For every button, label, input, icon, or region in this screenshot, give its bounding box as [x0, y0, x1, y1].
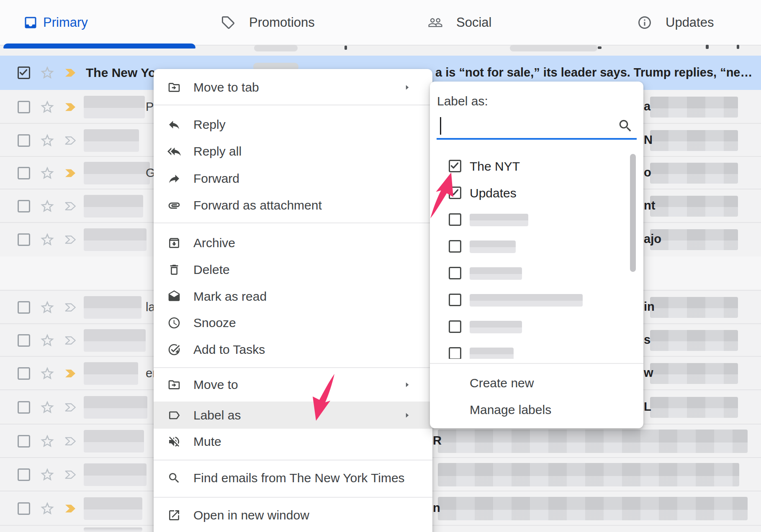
divider	[154, 497, 432, 498]
menu-item-label: Archive	[193, 236, 235, 250]
checkbox[interactable]	[449, 347, 461, 359]
checkbox[interactable]	[18, 200, 30, 212]
checkbox[interactable]	[18, 66, 30, 79]
redacted-sender	[84, 430, 144, 453]
star-icon[interactable]	[39, 165, 55, 181]
importance-marker-icon[interactable]	[62, 435, 79, 448]
scrollbar-thumb[interactable]	[630, 154, 636, 272]
importance-marker-icon[interactable]	[62, 66, 79, 79]
menu-item-archive[interactable]: Archive	[154, 230, 432, 256]
divider	[430, 363, 643, 364]
checkbox[interactable]	[18, 334, 30, 347]
menu-item-find-emails-from-the-new-york-times[interactable]: Find emails from The New York Times	[154, 465, 432, 491]
menu-item-mute[interactable]: Mute	[154, 428, 432, 455]
menu-item-add-to-tasks[interactable]: Add to Tasks	[154, 336, 432, 363]
importance-marker-icon[interactable]	[62, 367, 79, 380]
menu-item-reply[interactable]: Reply	[154, 111, 432, 138]
importance-marker-icon[interactable]	[62, 200, 79, 213]
manage-labels-button[interactable]: Manage labels	[430, 396, 643, 423]
active-tab-indicator	[3, 43, 195, 49]
star-icon[interactable]	[39, 433, 55, 449]
tab-updates[interactable]: Updates	[637, 0, 714, 45]
folder-move-icon	[167, 378, 181, 391]
create-new-label-button[interactable]: Create new	[430, 370, 643, 396]
redacted-label-name	[470, 267, 522, 280]
checkbox[interactable]	[18, 167, 30, 179]
tab-promotions[interactable]: Promotions	[221, 0, 315, 45]
star-icon[interactable]	[39, 133, 55, 148]
menu-item-move-to-tab[interactable]: Move to tab	[154, 74, 432, 101]
label-as-submenu: Label as: UpdatesThe NYT Create new Mana…	[430, 82, 643, 428]
star-icon[interactable]	[39, 467, 55, 483]
importance-marker-icon[interactable]	[62, 468, 79, 481]
tab-primary[interactable]: Primary	[23, 0, 88, 45]
menu-item-move-to[interactable]: Move to	[154, 371, 432, 398]
importance-marker-icon[interactable]	[62, 134, 79, 147]
menu-item-open-in-new-window[interactable]: Open in new window	[154, 502, 432, 529]
star-icon[interactable]	[39, 399, 55, 415]
redacted-subject	[650, 330, 738, 351]
label-search-field[interactable]	[437, 114, 637, 140]
action-label: Manage labels	[470, 403, 551, 417]
tag-icon	[221, 15, 236, 30]
text-fragment: w	[644, 366, 653, 380]
star-icon[interactable]	[39, 366, 55, 381]
menu-item-delete[interactable]: Delete	[154, 256, 432, 283]
menu-item-label: Move to tab	[193, 80, 259, 95]
tab-social[interactable]: Social	[428, 0, 491, 45]
text-fragment: ajo	[644, 232, 661, 246]
label-option-redacted[interactable]	[430, 287, 643, 314]
star-icon[interactable]	[39, 198, 55, 214]
importance-marker-icon[interactable]	[62, 334, 79, 347]
menu-item-label: Reply all	[193, 144, 242, 159]
importance-marker-icon[interactable]	[62, 301, 79, 314]
annotation-arrow-the-nyt	[426, 170, 466, 222]
divider	[154, 223, 432, 223]
star-icon[interactable]	[39, 99, 55, 115]
menu-item-reply-all[interactable]: Reply all	[154, 138, 432, 165]
menu-item-label: Label as	[193, 408, 241, 422]
checkbox[interactable]	[18, 435, 30, 448]
divider	[154, 105, 432, 105]
checkbox[interactable]	[18, 468, 30, 481]
star-icon[interactable]	[39, 299, 55, 315]
label-search-input[interactable]	[442, 117, 606, 136]
star-icon[interactable]	[39, 65, 55, 81]
menu-item-forward-as-attachment[interactable]: Forward as attachment	[154, 192, 432, 219]
star-icon[interactable]	[39, 232, 55, 248]
menu-item-label-as[interactable]: Label as	[154, 402, 432, 429]
label-option-redacted[interactable]	[430, 314, 643, 340]
menu-item-snooze[interactable]: Snooze	[154, 309, 432, 336]
importance-marker-icon[interactable]	[62, 401, 79, 414]
checkbox[interactable]	[18, 367, 30, 380]
checkbox[interactable]	[449, 240, 461, 253]
importance-marker-icon[interactable]	[62, 100, 79, 114]
menu-item-label: Mark as read	[193, 289, 267, 304]
importance-marker-icon[interactable]	[62, 502, 79, 515]
text-fragment: R	[433, 434, 442, 448]
checkbox[interactable]	[18, 101, 30, 113]
importance-marker-icon[interactable]	[62, 233, 79, 246]
menu-item-mark-as-read[interactable]: Mark as read	[154, 283, 432, 310]
label-option-redacted[interactable]	[430, 233, 643, 260]
tab-label: Promotions	[249, 15, 315, 30]
redacted-subject	[650, 130, 738, 151]
checkbox[interactable]	[449, 294, 461, 306]
checkbox[interactable]	[18, 301, 30, 314]
checkbox[interactable]	[449, 267, 461, 279]
checkbox[interactable]	[449, 320, 461, 333]
checkbox[interactable]	[18, 233, 30, 246]
text-fragment: n	[433, 501, 440, 515]
importance-marker-icon[interactable]	[62, 166, 79, 180]
mute-icon	[167, 435, 181, 448]
checkbox[interactable]	[18, 502, 30, 515]
email-sender: The New Yo	[86, 66, 154, 80]
reply-all-icon	[167, 145, 181, 158]
star-icon[interactable]	[39, 332, 55, 348]
star-icon[interactable]	[39, 501, 55, 517]
checkbox[interactable]	[18, 134, 30, 147]
label-option-redacted[interactable]	[430, 340, 643, 359]
menu-item-forward[interactable]: Forward	[154, 165, 432, 192]
checkbox[interactable]	[18, 401, 30, 414]
label-option-redacted[interactable]	[430, 260, 643, 287]
